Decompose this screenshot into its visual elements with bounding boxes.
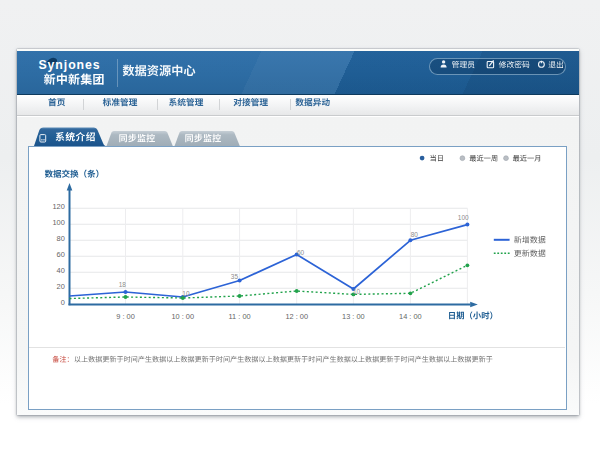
svg-text:60: 60: [297, 249, 305, 256]
svg-text:12 : 00: 12 : 00: [285, 312, 308, 321]
svg-text:10: 10: [353, 288, 361, 295]
svg-text:35: 35: [231, 273, 239, 280]
svg-text:20: 20: [57, 282, 65, 291]
svg-text:Synjones: Synjones: [38, 58, 100, 72]
svg-text:18: 18: [119, 281, 127, 288]
svg-text:60: 60: [57, 250, 65, 259]
svg-text:80: 80: [411, 231, 419, 238]
svg-text:40: 40: [57, 266, 65, 275]
svg-text:14 : 00: 14 : 00: [399, 312, 422, 321]
svg-text:11 : 00: 11 : 00: [229, 312, 251, 321]
svg-text:10: 10: [182, 290, 190, 297]
svg-text:0: 0: [61, 298, 65, 307]
svg-text:80: 80: [57, 234, 65, 243]
svg-text:100: 100: [52, 218, 64, 227]
svg-text:13 : 00: 13 : 00: [342, 312, 365, 321]
svg-text:9 : 00: 9 : 00: [116, 312, 135, 321]
svg-text:120: 120: [52, 202, 64, 211]
svg-text:10 : 00: 10 : 00: [171, 312, 194, 321]
svg-text:100: 100: [458, 214, 469, 221]
